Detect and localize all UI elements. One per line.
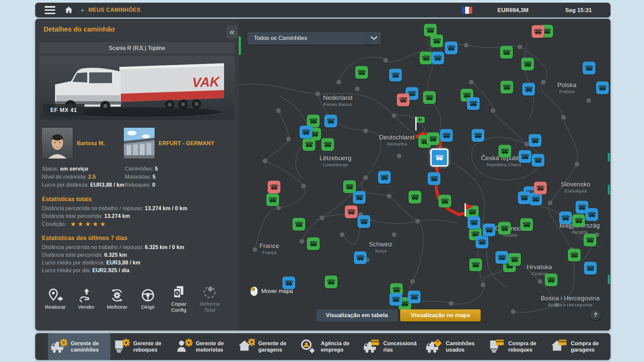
truck-marker-green[interactable] xyxy=(292,218,305,231)
stat-row: Distância total percorrida: 6.325 km xyxy=(42,251,232,259)
top-bar: ▶ MEUS CAMINHÕES EUR694,3M Seg 15:31 xyxy=(35,3,610,17)
truck-marker-blue[interactable] xyxy=(408,291,421,303)
truck-marker-blue[interactable] xyxy=(518,191,531,204)
truck-marker-blue[interactable] xyxy=(495,251,508,264)
map-view-button[interactable]: Visualização no mapa xyxy=(400,309,481,321)
sell-button[interactable]: Vender xyxy=(71,284,102,313)
truck-marker-blue[interactable] xyxy=(353,191,366,204)
truck-marker-blue[interactable] xyxy=(378,171,391,184)
selected-truck-marker[interactable] xyxy=(430,148,448,167)
truck-marker-green[interactable] xyxy=(498,222,511,235)
truck-marker-green[interactable] xyxy=(420,52,432,64)
nav-item-garage-manager[interactable]: Gerente degaragens xyxy=(235,333,298,360)
truck-marker-green[interactable] xyxy=(409,191,421,203)
menu-icon[interactable] xyxy=(45,6,55,14)
truck-marker-green[interactable] xyxy=(303,138,315,151)
truck-marker-green[interactable] xyxy=(307,237,320,250)
truck-marker-green[interactable] xyxy=(266,193,279,206)
nav-item-dealership[interactable]: Concessionárias xyxy=(361,333,423,360)
truck-marker-blue[interactable] xyxy=(522,83,535,96)
truck-marker-green[interactable] xyxy=(500,46,513,59)
truck-marker-red[interactable] xyxy=(532,25,544,38)
truck-marker-green[interactable] xyxy=(469,258,482,271)
truck-marker-green[interactable] xyxy=(508,253,521,266)
nav-item-trailer-purchase[interactable]: Compra dereboques xyxy=(485,333,548,360)
nav-item-garage-purchase[interactable]: Compra degaragens xyxy=(548,333,610,360)
drive-button[interactable]: Dirigir xyxy=(132,284,163,313)
garage-photo[interactable] xyxy=(124,128,155,159)
truck-marker-blue[interactable] xyxy=(354,251,367,264)
truck-marker-green[interactable] xyxy=(430,35,443,47)
truck-marker-red[interactable] xyxy=(397,94,410,106)
truck-marker-blue[interactable] xyxy=(472,129,484,142)
truck-marker-green[interactable] xyxy=(521,58,534,70)
truck-marker-green[interactable] xyxy=(355,66,368,79)
nav-item-job-agency[interactable]: Agência deemprego xyxy=(298,333,360,360)
help-button[interactable]: ? xyxy=(590,310,601,320)
truck-marker-green[interactable] xyxy=(568,249,581,261)
truck-marker-blue[interactable] xyxy=(585,208,598,221)
overhaul-button[interactable]: ReformaTotal xyxy=(194,284,225,313)
nav-item-label: Gerente decaminhões xyxy=(71,340,99,353)
truck-filter-dropdown[interactable]: Todos os Caminhões xyxy=(247,32,372,45)
home-icon[interactable] xyxy=(64,6,73,14)
truck-marker-blue[interactable] xyxy=(532,154,544,167)
truck-marker-green[interactable] xyxy=(584,234,596,246)
relocate-button[interactable]: Realocar xyxy=(40,284,71,313)
truck-marker-green[interactable] xyxy=(325,276,337,288)
nav-item-truck-manager[interactable]: Gerente decaminhões xyxy=(48,333,110,360)
truck-marker-blue[interactable] xyxy=(529,134,541,147)
truck-marker-blue[interactable] xyxy=(596,81,609,94)
breadcrumb: MEUS CAMINHÕES xyxy=(88,7,140,13)
truck-marker-blue[interactable] xyxy=(467,97,480,110)
nav-item-used-trucks[interactable]: Caminhõesusados xyxy=(423,333,485,360)
truck-marker-blue[interactable] xyxy=(389,69,402,81)
france-flag-icon xyxy=(462,7,472,14)
table-view-button[interactable]: Visualização em tabela xyxy=(316,309,397,321)
svg-text:VAK: VAK xyxy=(192,74,221,90)
truck-marker-blue[interactable] xyxy=(529,193,542,205)
truck-marker-blue[interactable] xyxy=(519,150,531,163)
trailer-purchase-icon xyxy=(488,339,505,355)
truck-marker-blue[interactable] xyxy=(428,172,440,185)
stat-row: Caminhões: 5 xyxy=(125,165,158,173)
truck-marker-green[interactable] xyxy=(427,132,439,145)
nav-item-trailer-manager[interactable]: Gerente dereboques xyxy=(110,333,173,360)
truck-marker-green[interactable] xyxy=(572,214,585,227)
truck-marker-blue[interactable] xyxy=(389,293,402,306)
truck-marker-blue[interactable] xyxy=(483,224,495,236)
copy-config-icon xyxy=(163,284,194,301)
truck-marker-blue[interactable] xyxy=(445,42,458,54)
truck-marker-red[interactable] xyxy=(345,205,358,218)
truck-marker-red[interactable] xyxy=(268,181,280,193)
truck-marker-green[interactable] xyxy=(545,274,557,286)
truck-marker-red[interactable] xyxy=(534,182,547,194)
upgrade-button[interactable]: Melhorar xyxy=(102,284,132,313)
overhaul-icon xyxy=(194,284,225,301)
nav-item-label: Compra degaragens xyxy=(571,340,599,353)
truck-marker-blue[interactable] xyxy=(300,126,312,138)
collapse-panel-button[interactable]: « xyxy=(226,25,238,38)
truck-filter-expand-button[interactable] xyxy=(367,32,381,45)
driver-photo[interactable] xyxy=(42,128,73,159)
stat-row: Distância total percorrida: 13.274 km xyxy=(42,212,232,220)
nav-item-driver-manager[interactable]: Gerente demotoristas xyxy=(173,333,235,360)
truck-marker-blue[interactable] xyxy=(583,62,595,74)
fleet-map[interactable]: NederlandPaíses BaixosDeutschlandAlemanh… xyxy=(239,19,610,330)
truck-marker-green[interactable] xyxy=(321,138,334,151)
truck-marker-blue[interactable] xyxy=(358,215,370,228)
truck-marker-green[interactable] xyxy=(498,145,511,158)
truck-marker-blue[interactable] xyxy=(440,129,453,142)
truck-marker-green[interactable] xyxy=(423,91,436,104)
drive-icon xyxy=(132,287,163,304)
truck-marker-blue[interactable] xyxy=(431,52,444,64)
truck-marker-blue[interactable] xyxy=(559,212,572,224)
truck-marker-blue[interactable] xyxy=(324,115,337,127)
truck-marker-green[interactable] xyxy=(438,195,451,207)
action-label: Realocar xyxy=(40,304,71,310)
truck-marker-green[interactable] xyxy=(500,81,513,94)
truck-marker-blue[interactable] xyxy=(584,262,597,275)
truck-marker-green[interactable] xyxy=(520,218,533,231)
truck-marker-blue[interactable] xyxy=(476,236,488,248)
copy-config-button[interactable]: CopiarConfig xyxy=(163,284,194,313)
